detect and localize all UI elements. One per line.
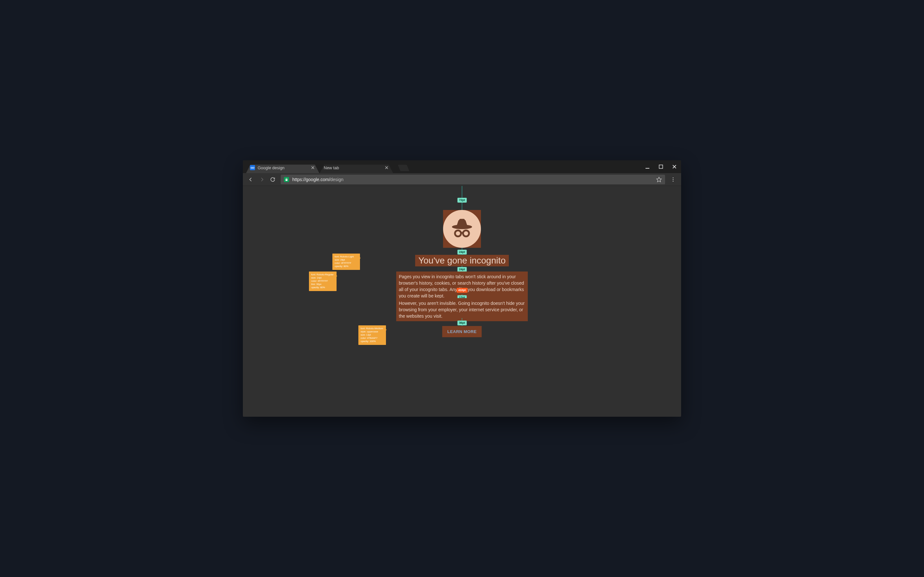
svg-rect-5 (659, 165, 663, 169)
svg-point-14 (455, 230, 461, 237)
incognito-page: 72pt (243, 186, 681, 417)
bookmark-star-icon[interactable] (656, 177, 662, 182)
tab-strip: GD Google design New tab (243, 160, 681, 173)
window-controls (645, 160, 677, 173)
url-text: https://google.com/design (292, 177, 344, 182)
close-tab-icon[interactable] (384, 166, 389, 169)
tab-new-tab[interactable]: New tab (320, 162, 393, 173)
url-path: design (330, 177, 343, 182)
spec-card-title: font: Roboto-Light size: 28pt color: #FF… (333, 253, 360, 270)
address-bar[interactable]: https://google.com/design (281, 175, 665, 184)
width-pill: 410pt (457, 288, 467, 293)
favicon-icon: GD (250, 165, 255, 170)
url-origin: https://google.com/ (292, 177, 330, 182)
close-tab-icon[interactable] (311, 166, 315, 169)
maximize-icon[interactable] (659, 164, 663, 169)
measurement-pill: 36pt (457, 321, 467, 326)
svg-point-11 (673, 181, 674, 181)
back-button[interactable] (246, 175, 256, 184)
incognito-icon (443, 210, 481, 248)
toolbar: https://google.com/design (243, 173, 681, 186)
svg-point-15 (463, 230, 469, 237)
browser-window: GD Google design New tab (243, 160, 681, 417)
minimize-icon[interactable] (645, 164, 650, 169)
reload-button[interactable] (268, 175, 278, 184)
spec-card-body: font: Roboto-Regular size: 14pt color: #… (309, 271, 336, 291)
measurement-pill: 72pt (457, 198, 467, 203)
measurement-pill: 24pt (457, 267, 467, 272)
close-window-icon[interactable] (672, 164, 677, 169)
spec-card-button: font: Roboto-Medium style: uppercase siz… (359, 326, 386, 345)
page-title: You've gone incognito (415, 255, 509, 266)
tab-google-design[interactable]: GD Google design (246, 162, 319, 173)
forward-button (257, 175, 267, 184)
incognito-icon-tile (443, 210, 481, 248)
new-tab-button[interactable] (398, 165, 409, 171)
lock-icon (284, 177, 289, 182)
overflow-menu-icon[interactable] (668, 175, 678, 184)
svg-point-9 (673, 177, 674, 178)
measurement-pill: 24pt (457, 250, 467, 255)
tab-label: Google design (258, 165, 284, 170)
viewport: 72pt (243, 186, 681, 417)
svg-rect-13 (459, 219, 465, 221)
svg-marker-8 (657, 177, 662, 182)
tab-label: New tab (324, 165, 339, 170)
svg-rect-4 (646, 168, 649, 169)
learn-more-button[interactable]: LEARN MORE (442, 326, 481, 337)
svg-point-10 (673, 179, 674, 180)
